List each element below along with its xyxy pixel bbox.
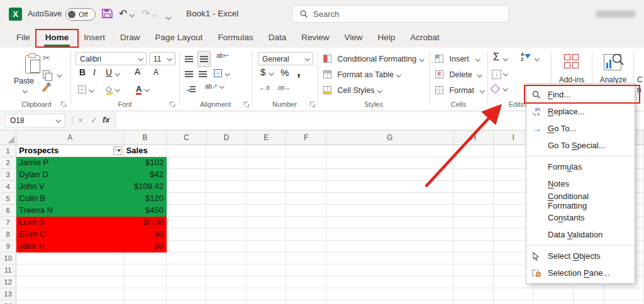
column-header-A[interactable]: A [16, 131, 124, 144]
cell-F9[interactable] [286, 241, 326, 252]
bold-button[interactable]: B [79, 67, 86, 77]
cell-G12[interactable] [326, 276, 454, 288]
cell-F7[interactable] [286, 217, 326, 229]
decrease-decimal-icon[interactable]: .00→ [277, 85, 291, 91]
cell-H13[interactable] [453, 288, 493, 300]
fill-chevron-icon[interactable] [502, 71, 508, 76]
align-left-icon[interactable] [185, 68, 193, 80]
cell-B12[interactable] [124, 276, 167, 288]
tab-insert[interactable]: Insert [76, 28, 113, 48]
insert-function-icon[interactable]: fx [103, 115, 110, 124]
merge-center-icon[interactable] [214, 67, 229, 79]
cell-A9[interactable]: Jake H [16, 241, 123, 252]
cell-F14[interactable] [286, 300, 326, 304]
paste-button[interactable]: Paste [10, 50, 38, 98]
clear-chevron-icon[interactable] [502, 86, 508, 91]
cell-A10[interactable] [16, 252, 123, 264]
format-painter-icon[interactable] [44, 84, 47, 95]
cell-G8[interactable] [326, 229, 454, 241]
clipped-ribbon-button-2[interactable]: n [637, 85, 641, 94]
cell-G5[interactable] [326, 193, 454, 205]
cell-B2[interactable]: $102 [124, 157, 167, 169]
cell-H7[interactable] [453, 217, 493, 229]
cell-H5[interactable] [453, 193, 493, 205]
cell-D1[interactable] [206, 145, 246, 157]
cancel-icon[interactable]: × [78, 116, 83, 125]
fill-down-icon[interactable]: ↓ [492, 67, 501, 79]
row-header-5[interactable]: 5 [0, 193, 16, 205]
cell-styles-button[interactable]: Cell Styles [323, 84, 381, 95]
cell-C12[interactable] [167, 276, 206, 288]
row-header-3[interactable]: 3 [0, 169, 16, 181]
cell-B9[interactable]: $0 [124, 241, 167, 252]
cell-C8[interactable] [167, 229, 206, 241]
cell-L14[interactable] [604, 300, 644, 304]
column-header-E[interactable]: E [247, 131, 286, 144]
cell-H11[interactable] [453, 264, 493, 276]
row-header-11[interactable]: 11 [0, 264, 16, 276]
number-dialog-launcher-icon[interactable] [310, 102, 315, 107]
cell-D12[interactable] [206, 276, 246, 288]
delete-cells-button[interactable]: Delete [435, 68, 481, 80]
clipboard-dialog-launcher-icon[interactable] [61, 102, 66, 107]
cell-A5[interactable]: Colin B [16, 193, 123, 205]
row-header-12[interactable]: 12 [0, 276, 16, 288]
row-header-14[interactable]: 14 [0, 300, 16, 304]
cell-G9[interactable] [326, 241, 454, 252]
cell-G11[interactable] [326, 264, 454, 276]
cell-F4[interactable] [286, 181, 326, 193]
row-header-2[interactable]: 2 [0, 157, 16, 169]
column-header-B[interactable]: B [124, 131, 167, 144]
customize-quick-access-icon[interactable] [165, 11, 172, 22]
align-center-icon[interactable] [199, 68, 207, 80]
cell-D3[interactable] [206, 169, 246, 181]
cell-B13[interactable] [124, 288, 167, 300]
orientation-icon[interactable]: ab↗ [205, 83, 223, 90]
column-header-C[interactable]: C [167, 131, 206, 144]
tab-review[interactable]: Review [294, 28, 336, 48]
underline-button[interactable]: U [106, 67, 112, 77]
tab-view[interactable]: View [336, 28, 370, 48]
cell-E8[interactable] [247, 229, 286, 241]
cell-F6[interactable] [286, 205, 326, 217]
cell-E6[interactable] [247, 205, 286, 217]
copy-chevron-icon[interactable] [57, 72, 62, 77]
name-box[interactable]: O18 [5, 114, 65, 128]
row-header-10[interactable]: 10 [0, 252, 16, 264]
cell-E13[interactable] [247, 288, 286, 300]
cell-H12[interactable] [453, 276, 493, 288]
cell-E10[interactable] [247, 252, 286, 264]
cell-E4[interactable] [247, 181, 286, 193]
cell-C7[interactable] [167, 217, 206, 229]
redo-icon[interactable]: ↷ [142, 8, 150, 19]
tab-help[interactable]: Help [370, 28, 402, 48]
insert-cells-button[interactable]: Insert [435, 53, 479, 64]
clear-icon[interactable] [492, 84, 499, 95]
top-align-icon[interactable] [185, 53, 193, 65]
cell-F8[interactable] [286, 229, 326, 241]
cell-C13[interactable] [167, 288, 206, 300]
alignment-dialog-launcher-icon[interactable] [244, 102, 249, 107]
cell-J14[interactable] [533, 300, 573, 304]
font-name-select[interactable]: Calibri [75, 52, 147, 65]
menu-item-selection-pane[interactable]: Selection Pane... [526, 264, 635, 281]
cell-A12[interactable] [16, 276, 123, 288]
cell-G4[interactable] [326, 181, 454, 193]
menu-item-find[interactable]: Find... [526, 86, 635, 103]
tab-draw[interactable]: Draw [113, 28, 148, 48]
conditional-formatting-button[interactable]: Conditional Formatting [323, 53, 423, 64]
italic-button[interactable]: I [93, 67, 96, 77]
tab-data[interactable]: Data [261, 28, 294, 48]
cell-A2[interactable]: Jamie P [16, 157, 123, 169]
cell-H10[interactable] [453, 252, 493, 264]
format-as-table-button[interactable]: Format as Table [323, 68, 400, 80]
autosum-icon[interactable]: Σ [493, 52, 499, 63]
column-header-H[interactable]: H [454, 131, 494, 144]
font-dialog-launcher-icon[interactable] [170, 102, 175, 107]
cell-D6[interactable] [206, 205, 246, 217]
cell-H14[interactable] [453, 300, 493, 304]
undo-chevron-icon[interactable] [129, 12, 134, 17]
menu-item-data-validation[interactable]: Data Validation [526, 226, 635, 243]
cell-E2[interactable] [247, 157, 286, 169]
cell-G6[interactable] [326, 205, 454, 217]
